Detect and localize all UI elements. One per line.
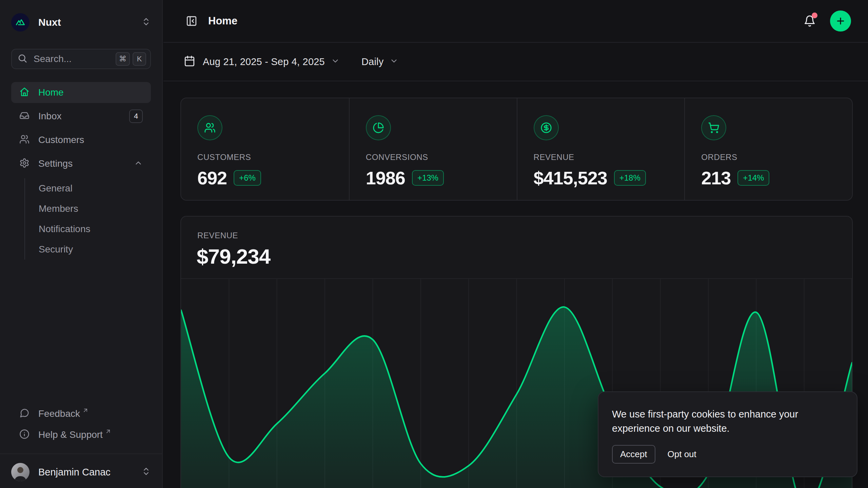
cart-icon bbox=[701, 115, 726, 140]
cookie-message: We use first-party cookies to enhance yo… bbox=[612, 407, 817, 435]
period-value: Daily bbox=[361, 56, 383, 67]
revenue-chart-value: $79,234 bbox=[197, 244, 270, 268]
sidebar-nav: Home Inbox 4 Customers Settings bbox=[11, 82, 151, 260]
stat-revenue: REVENUE $415,523 +18% bbox=[517, 98, 685, 200]
stat-label: CONVERSIONS bbox=[366, 152, 503, 162]
stat-label: REVENUE bbox=[534, 152, 671, 162]
user-name: Benjamin Canac bbox=[38, 467, 111, 478]
stat-customers: CUSTOMERS 692 +6% bbox=[181, 98, 349, 200]
header-actions bbox=[802, 11, 851, 32]
date-range-value: Aug 21, 2025 - Sep 4, 2025 bbox=[203, 56, 325, 67]
users-icon bbox=[197, 115, 222, 140]
settings-subnav: General Members Notifications Security bbox=[24, 178, 151, 260]
inbox-count-badge: 4 bbox=[129, 109, 143, 123]
stat-delta-badge: +13% bbox=[412, 170, 444, 186]
page-header: Home bbox=[163, 0, 868, 43]
pie-chart-icon bbox=[366, 115, 391, 140]
team-switcher[interactable]: Nuxt bbox=[11, 12, 151, 33]
dollar-circle-icon bbox=[534, 115, 559, 140]
search-input[interactable]: Search... ⌘ K bbox=[11, 49, 151, 69]
stat-delta-badge: +14% bbox=[737, 170, 769, 186]
chevrons-up-down-icon bbox=[141, 467, 151, 477]
chat-bubble-icon bbox=[19, 408, 29, 420]
search-placeholder: Search... bbox=[34, 54, 72, 64]
calendar-icon bbox=[184, 55, 195, 68]
external-link-icon bbox=[105, 428, 112, 436]
revenue-chart-label: REVENUE bbox=[197, 231, 238, 240]
stat-label: ORDERS bbox=[701, 152, 839, 162]
sidebar-divider bbox=[0, 453, 162, 454]
info-circle-icon bbox=[19, 429, 29, 441]
user-menu[interactable]: Benjamin Canac bbox=[11, 456, 151, 488]
stat-delta-badge: +18% bbox=[614, 170, 646, 186]
sidebar-item-members[interactable]: Members bbox=[39, 199, 151, 219]
chevron-up-icon bbox=[134, 159, 143, 169]
chevron-down-icon bbox=[390, 57, 398, 67]
gear-icon bbox=[19, 158, 29, 169]
stats-row: CUSTOMERS 692 +6% CONVERSIONS 1986 +13% bbox=[180, 98, 853, 201]
search-icon bbox=[17, 53, 27, 65]
sidebar-item-notifications[interactable]: Notifications bbox=[39, 219, 151, 239]
filters-toolbar: Aug 21, 2025 - Sep 4, 2025 Daily bbox=[163, 43, 868, 81]
chevrons-up-down-icon bbox=[141, 17, 151, 28]
accept-button[interactable]: Accept bbox=[612, 445, 655, 464]
sidebar-item-settings[interactable]: Settings bbox=[11, 153, 151, 174]
users-icon bbox=[19, 134, 29, 146]
sidebar: Nuxt Search... ⌘ K Home bbox=[0, 0, 163, 488]
notifications-button[interactable] bbox=[802, 14, 817, 28]
page-title: Home bbox=[208, 15, 237, 27]
sidebar-item-general[interactable]: General bbox=[39, 178, 151, 199]
stat-value: 692 bbox=[197, 167, 227, 188]
sidebar-footer: Feedback Help & Support bbox=[11, 404, 151, 450]
sidebar-collapse-button[interactable] bbox=[184, 13, 199, 29]
chevron-down-icon bbox=[331, 57, 340, 67]
feedback-link[interactable]: Feedback bbox=[11, 404, 151, 424]
sidebar-item-inbox[interactable]: Inbox 4 bbox=[11, 106, 151, 127]
period-select[interactable]: Daily bbox=[361, 56, 398, 67]
dashboard-root: Nuxt Search... ⌘ K Home bbox=[0, 0, 868, 488]
help-support-link[interactable]: Help & Support bbox=[11, 425, 151, 445]
search-shortcut: ⌘ K bbox=[116, 52, 146, 66]
date-range-picker[interactable]: Aug 21, 2025 - Sep 4, 2025 bbox=[184, 55, 340, 68]
sidebar-item-home[interactable]: Home bbox=[11, 82, 151, 103]
cookie-banner: We use first-party cookies to enhance yo… bbox=[598, 391, 857, 477]
plus-icon bbox=[835, 16, 846, 26]
sidebar-item-label: Inbox bbox=[38, 111, 62, 122]
kbd-k: K bbox=[133, 52, 146, 66]
stat-value: 1986 bbox=[366, 167, 405, 188]
stat-label: CUSTOMERS bbox=[197, 152, 335, 162]
stat-delta-badge: +6% bbox=[234, 170, 261, 186]
cookie-actions: Accept Opt out bbox=[612, 445, 843, 464]
sidebar-item-label: Home bbox=[38, 87, 64, 98]
add-button[interactable] bbox=[830, 11, 851, 32]
sidebar-item-label: Customers bbox=[38, 135, 84, 145]
help-support-label: Help & Support bbox=[38, 429, 103, 440]
inbox-icon bbox=[19, 110, 29, 122]
external-link-icon bbox=[82, 407, 89, 415]
stat-conversions: CONVERSIONS 1986 +13% bbox=[349, 98, 517, 200]
sidebar-item-security[interactable]: Security bbox=[39, 239, 151, 260]
home-icon bbox=[19, 87, 29, 98]
nuxt-logo bbox=[11, 13, 29, 32]
stat-orders: ORDERS 213 +14% bbox=[684, 98, 852, 200]
stat-value: $415,523 bbox=[534, 167, 607, 188]
avatar bbox=[11, 463, 29, 481]
feedback-label: Feedback bbox=[38, 408, 80, 419]
kbd-cmd: ⌘ bbox=[116, 52, 130, 66]
team-name: Nuxt bbox=[38, 17, 61, 28]
sidebar-item-label: Settings bbox=[38, 158, 73, 169]
stat-value: 213 bbox=[701, 167, 731, 188]
opt-out-button[interactable]: Opt out bbox=[668, 449, 696, 460]
sidebar-item-customers[interactable]: Customers bbox=[11, 129, 151, 150]
notification-dot bbox=[812, 13, 817, 18]
